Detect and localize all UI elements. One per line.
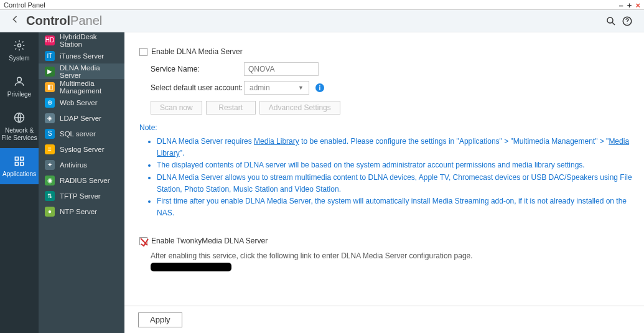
enable-dlna-row: Enable DLNA Media Server [139, 47, 633, 56]
service-name-input[interactable] [244, 62, 319, 76]
account-label: Select default user account: [151, 83, 244, 92]
nav-label: Applications [2, 171, 36, 178]
sidebar-item-ntp-server[interactable]: ●NTP Server [39, 204, 124, 219]
enable-dlna-label: Enable DLNA Media Server [151, 47, 243, 56]
sidebar-icon: ● [45, 207, 55, 217]
sidebar-label: iTunes Server [60, 52, 104, 60]
sidebar-label: RADIUS Server [60, 177, 110, 184]
restart-button[interactable]: Restart [206, 101, 256, 115]
sidebar-label: Web Server [60, 99, 98, 106]
sidebar-label: Antivirus [60, 161, 87, 169]
sidebar-icon: ◉ [45, 176, 55, 185]
sub-sidebar: HDHybridDesk StationiTiTunes Server▶DLNA… [39, 32, 124, 333]
header-title: ControlPanel [26, 14, 102, 28]
sidebar-icon: ≡ [45, 144, 55, 154]
sidebar-icon: ⇅ [45, 191, 55, 201]
scan-now-button[interactable]: Scan now [151, 101, 202, 115]
sidebar-item-tftp-server[interactable]: ⇅TFTP Server [39, 188, 124, 204]
note-heading: Note: [139, 123, 633, 132]
enable-twonky-row: Enable TwonkyMedia DLNA Server [139, 237, 633, 245]
window-title: Control Panel [4, 1, 45, 9]
svg-rect-7 [15, 157, 18, 160]
gear-icon [12, 39, 26, 52]
svg-point-0 [607, 17, 613, 23]
svg-rect-10 [21, 162, 24, 166]
sidebar-icon: ▶ [45, 67, 55, 77]
sidebar-label: HybridDesk Station [60, 33, 118, 48]
content-area: Enable DLNA Media Server Service Name: S… [124, 32, 644, 333]
nav-applications[interactable]: Applications [0, 148, 39, 184]
sidebar-item-multimedia-management[interactable]: ◧Multimedia Management [39, 79, 124, 95]
account-row: Select default user account: admin ▼ i [151, 81, 633, 95]
sidebar-item-ldap-server[interactable]: ◈LDAP Server [39, 110, 124, 126]
sidebar-item-radius-server[interactable]: ◉RADIUS Server [39, 172, 124, 188]
nav-network[interactable]: Network & File Services [0, 105, 39, 148]
enable-twonky-checkbox[interactable] [139, 237, 147, 245]
sidebar-item-syslog-server[interactable]: ≡Syslog Server [39, 141, 124, 157]
globe-icon [12, 111, 26, 124]
svg-line-1 [612, 22, 615, 25]
sidebar-label: TFTP Server [60, 192, 101, 200]
svg-rect-9 [15, 162, 18, 166]
help-icon[interactable] [619, 13, 635, 29]
window-title-bar: Control Panel – + × [0, 0, 644, 10]
minimize-button[interactable]: – [619, 1, 623, 10]
sidebar-label: NTP Server [60, 208, 97, 215]
account-value: admin [250, 83, 270, 92]
search-icon[interactable] [603, 13, 619, 29]
enable-dlna-checkbox[interactable] [139, 48, 147, 56]
header-title-bold: Control [26, 14, 70, 27]
media-library-link[interactable]: Media Library [254, 137, 299, 146]
note-item: The displayed contents of DLNA server wi… [157, 159, 633, 171]
sidebar-item-sql-server[interactable]: SSQL server [39, 126, 124, 141]
apps-icon [12, 154, 26, 168]
nav-privilege[interactable]: Privilege [0, 68, 39, 105]
sidebar-label: LDAP Server [60, 115, 101, 122]
chevron-down-icon: ▼ [298, 85, 304, 91]
sidebar-item-dlna-media-server[interactable]: ▶DLNA Media Server [39, 63, 124, 79]
sidebar-item-antivirus[interactable]: ✦Antivirus [39, 157, 124, 172]
window-controls: – + × [619, 0, 640, 10]
svg-point-5 [17, 77, 22, 82]
service-name-label: Service Name: [151, 65, 244, 73]
sidebar-label: SQL server [60, 130, 96, 138]
svg-point-4 [18, 44, 21, 47]
sidebar-label: Syslog Server [60, 146, 105, 153]
sidebar-icon: HD [45, 35, 55, 45]
advanced-settings-button[interactable]: Advanced Settings [259, 101, 340, 115]
sidebar-icon: ◈ [45, 113, 55, 123]
header-title-light: Panel [70, 14, 102, 27]
sidebar-icon: S [45, 129, 55, 139]
header: ControlPanel [0, 10, 644, 32]
sidebar-label: DLNA Media Server [60, 64, 118, 79]
sidebar-label: Multimedia Management [60, 80, 118, 95]
nav-label: Privilege [7, 91, 31, 98]
footer: Apply [124, 306, 644, 333]
note-list: DLNA Media Server requires Media Library… [139, 136, 633, 219]
note-item: First time after you enable DLNA Media S… [157, 195, 633, 219]
enable-twonky-label: Enable TwonkyMedia DLNA Server [151, 237, 268, 245]
sidebar-item-itunes-server[interactable]: iTiTunes Server [39, 48, 124, 63]
note-item: DLNA Media Server allows you to stream m… [157, 172, 633, 195]
twonky-hint: After enabling this service, click the f… [151, 251, 633, 260]
sidebar-item-hybriddesk-station[interactable]: HDHybridDesk Station [39, 32, 124, 48]
nav-column: System Privilege Network & File Services… [0, 32, 39, 333]
service-name-row: Service Name: [151, 62, 633, 76]
nav-system[interactable]: System [0, 32, 39, 68]
back-button[interactable] [9, 13, 21, 29]
close-button[interactable]: × [635, 1, 640, 10]
redacted-link[interactable] [151, 263, 231, 271]
note-item: DLNA Media Server requires Media Library… [157, 136, 633, 159]
sidebar-icon: iT [45, 51, 55, 61]
action-buttons: Scan now Restart Advanced Settings [151, 101, 633, 115]
sidebar-icon: ✦ [45, 160, 55, 170]
sidebar-icon: ◧ [45, 82, 55, 92]
nav-label: System [9, 55, 29, 62]
account-select[interactable]: admin ▼ [244, 81, 309, 95]
sidebar-icon: ⊕ [45, 98, 55, 108]
maximize-button[interactable]: + [627, 1, 632, 10]
nav-label: Network & File Services [1, 127, 37, 142]
apply-button[interactable]: Apply [138, 312, 182, 327]
info-icon[interactable]: i [315, 83, 324, 92]
sidebar-item-web-server[interactable]: ⊕Web Server [39, 95, 124, 110]
